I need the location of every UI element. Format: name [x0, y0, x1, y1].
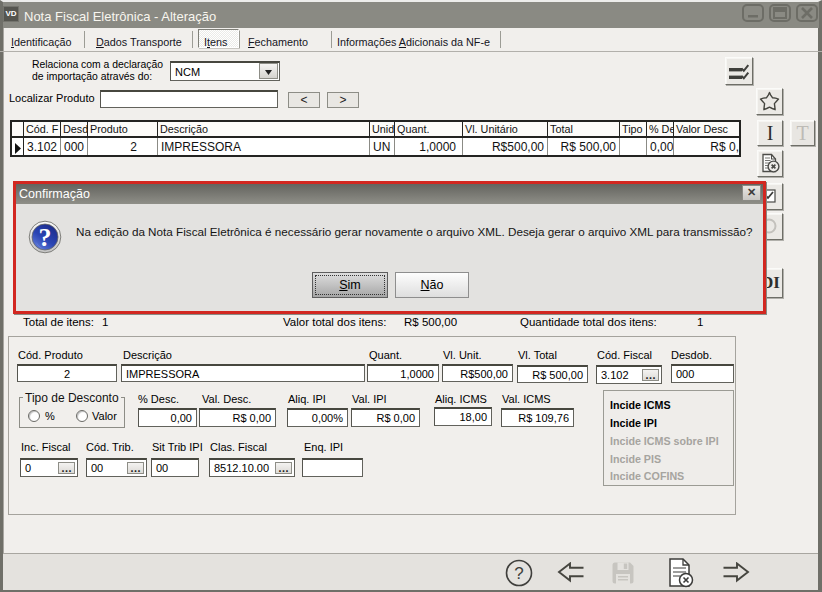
svg-text:?: ?	[514, 564, 523, 583]
svg-text:?: ?	[39, 223, 52, 252]
